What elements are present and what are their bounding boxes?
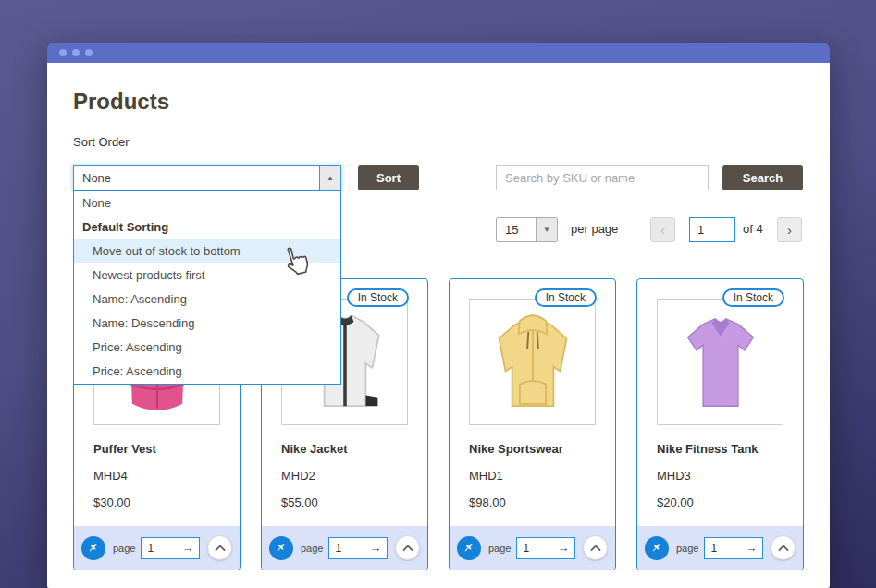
- footer-page-value: 1: [335, 542, 341, 555]
- collapse-button[interactable]: [771, 535, 796, 560]
- pushpin-button[interactable]: [645, 536, 669, 560]
- footer-page-input[interactable]: 1 →: [516, 537, 575, 559]
- search-button[interactable]: Search: [722, 165, 803, 190]
- sort-option[interactable]: Name: Ascending: [74, 288, 340, 312]
- yellow-hoodie-image: [478, 308, 587, 417]
- sort-option[interactable]: None: [74, 191, 340, 215]
- product-sku: MHD4: [93, 469, 128, 483]
- chevron-up-icon[interactable]: ▲: [319, 166, 340, 190]
- pushpin-button[interactable]: [81, 536, 105, 560]
- go-arrow-icon[interactable]: →: [181, 542, 193, 554]
- pushpin-icon: [463, 542, 475, 555]
- product-image: [469, 299, 596, 425]
- sort-order-selected-value: None: [82, 166, 111, 190]
- sort-order-select[interactable]: None ▲: [73, 165, 341, 190]
- purple-tshirt-image: [666, 308, 775, 417]
- window-titlebar: [47, 43, 830, 63]
- status-badge: In Stock: [347, 288, 409, 307]
- footer-page-label: page: [676, 543, 698, 554]
- product-price: $55.00: [281, 496, 318, 509]
- sort-button[interactable]: Sort: [358, 165, 419, 190]
- chevron-up-icon: [778, 545, 789, 552]
- page-title: Products: [73, 89, 169, 115]
- product-name: Nike Fitness Tank: [657, 442, 759, 456]
- card-footer: page 1 →: [450, 526, 615, 570]
- product-sku: MHD3: [657, 469, 691, 483]
- product-sku: MHD2: [281, 469, 315, 483]
- product-sku: MHD1: [469, 469, 503, 483]
- sort-order-label: Sort Order: [73, 135, 130, 149]
- card-footer: page 1 →: [74, 526, 240, 570]
- page-number-input[interactable]: [689, 217, 735, 242]
- total-pages-label: of 4: [743, 222, 763, 236]
- next-page-button[interactable]: ›: [777, 217, 802, 242]
- collapse-button[interactable]: [395, 535, 420, 560]
- go-arrow-icon[interactable]: →: [557, 542, 569, 554]
- product-price: $98.00: [469, 496, 506, 509]
- collapse-button[interactable]: [207, 535, 232, 560]
- page-content: Products Sort Order None ▲ Sort Search 1…: [47, 63, 830, 588]
- footer-page-value: 1: [147, 542, 154, 555]
- pushpin-button[interactable]: [269, 536, 293, 560]
- chevron-up-icon: [402, 545, 413, 552]
- per-page-value: 15: [505, 218, 518, 241]
- product-name: Nike Sportswear: [469, 442, 563, 456]
- window-control-dot[interactable]: [72, 49, 80, 56]
- previous-page-button[interactable]: ‹: [650, 217, 675, 242]
- product-card: In Stock Nike Sportswear MHD1 $98.00: [449, 278, 616, 570]
- chevron-down-icon[interactable]: ▼: [536, 218, 557, 241]
- footer-page-input[interactable]: 1 →: [704, 537, 763, 559]
- sort-options-dropdown: None Default Sorting Move out of stock t…: [73, 190, 341, 385]
- sort-option[interactable]: Price: Ascending: [74, 360, 340, 384]
- footer-page-input[interactable]: 1 →: [141, 537, 200, 559]
- status-badge: In Stock: [535, 288, 597, 307]
- go-arrow-icon[interactable]: →: [745, 542, 757, 554]
- product-image: [657, 299, 783, 425]
- app-window: Products Sort Order None ▲ Sort Search 1…: [47, 43, 830, 588]
- footer-page-input[interactable]: 1 →: [328, 537, 388, 559]
- window-control-dot[interactable]: [59, 49, 67, 56]
- product-price: $30.00: [93, 496, 130, 509]
- footer-page-value: 1: [523, 542, 529, 555]
- chevron-up-icon: [215, 545, 226, 552]
- pushpin-icon: [87, 542, 100, 555]
- footer-page-label: page: [113, 543, 135, 554]
- sort-option[interactable]: Name: Descending: [74, 312, 340, 336]
- pushpin-button[interactable]: [457, 536, 481, 560]
- search-input[interactable]: [496, 165, 709, 190]
- footer-page-label: page: [301, 543, 323, 554]
- product-card: In Stock Nike Fitness Tank MHD3 $20.00 p…: [636, 278, 804, 570]
- per-page-select[interactable]: 15 ▼: [496, 217, 558, 242]
- sort-option-group[interactable]: Default Sorting: [74, 215, 340, 239]
- product-name: Puffer Vest: [93, 442, 156, 456]
- footer-page-value: 1: [710, 542, 717, 555]
- sort-option[interactable]: Price: Ascending: [74, 336, 340, 360]
- status-badge: In Stock: [722, 288, 784, 307]
- per-page-label: per page: [571, 222, 618, 236]
- card-footer: page 1 →: [262, 526, 427, 570]
- window-control-dot[interactable]: [85, 49, 93, 56]
- pushpin-icon: [275, 542, 288, 555]
- go-arrow-icon[interactable]: →: [369, 542, 381, 554]
- product-price: $20.00: [657, 496, 694, 509]
- footer-page-label: page: [488, 543, 511, 554]
- card-footer: page 1 →: [637, 526, 803, 570]
- collapse-button[interactable]: [583, 535, 608, 560]
- pushpin-icon: [650, 542, 663, 555]
- chevron-up-icon: [590, 545, 601, 552]
- product-name: Nike Jacket: [281, 442, 348, 456]
